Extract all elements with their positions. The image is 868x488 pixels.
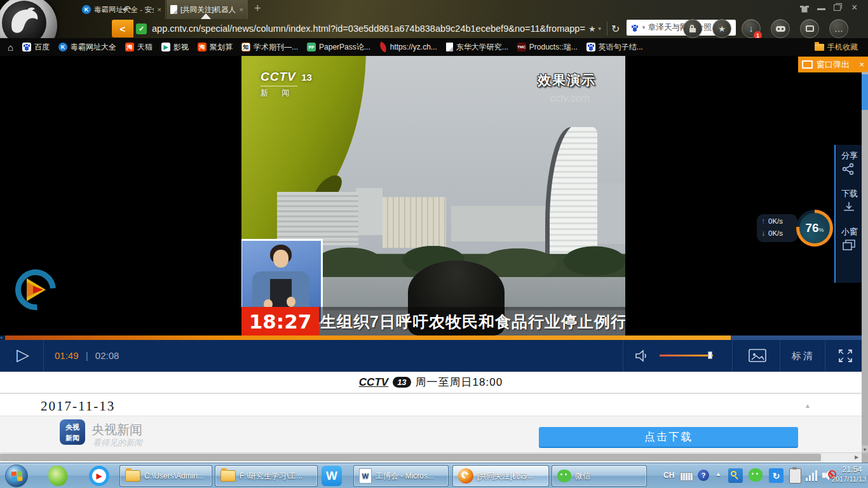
popup-window-button[interactable]: 窗口弹出 × bbox=[798, 57, 868, 72]
url-text[interactable]: app.cntv.cn/special/news/column/index.ht… bbox=[152, 24, 585, 34]
minimize-button[interactable] bbox=[817, 8, 825, 10]
bookmark-juhuasuan[interactable]: 淘聚划算 bbox=[198, 42, 233, 53]
bookmarks-folder-mobile[interactable]: 手机收藏 bbox=[815, 42, 858, 53]
cctv-sub: 新 闻 bbox=[261, 86, 297, 98]
anchor-face bbox=[273, 250, 288, 268]
demo-watermark: 效果演示 bbox=[538, 71, 596, 89]
taskbar: ▶ C:\Users\Admin... F:\研究生学习\工... W W 工博… bbox=[0, 463, 868, 488]
bookmark-paperpass[interactable]: PPPaperPass论... bbox=[307, 42, 370, 53]
new-tab-button[interactable]: + bbox=[254, 2, 261, 15]
accelerator-gauge[interactable]: 76% bbox=[796, 210, 833, 247]
search-engine-dropdown-icon[interactable]: ▼ bbox=[641, 25, 646, 30]
bookmark-cnki[interactable]: 知学术期刊—... bbox=[241, 42, 298, 53]
bookmark-english[interactable]: 英语句子结... bbox=[587, 42, 643, 53]
bookmark-baidu[interactable]: 百度 bbox=[22, 42, 50, 53]
download-app-button[interactable]: 点击下载 bbox=[539, 427, 798, 447]
seek-bar[interactable]: « bbox=[0, 336, 868, 340]
play-button[interactable]: ▷ bbox=[17, 345, 29, 365]
bookmark-dhu[interactable]: 东华大学研究... bbox=[446, 42, 508, 53]
restore-button[interactable] bbox=[834, 4, 841, 11]
net-speed-pill[interactable]: ↑0K/s ↓0K/s bbox=[757, 214, 797, 242]
folder-icon bbox=[815, 44, 824, 51]
scroll-right-arrow[interactable]: ▶ bbox=[851, 453, 862, 461]
bookmark-star[interactable]: ★▼ bbox=[588, 20, 602, 37]
bookmark-label: 百度 bbox=[34, 42, 50, 53]
tray-network-icon[interactable] bbox=[806, 470, 818, 481]
media-player-icon[interactable]: ▶ bbox=[89, 466, 109, 486]
wechat-icon bbox=[557, 470, 571, 482]
home-icon[interactable]: ⌂ bbox=[8, 42, 13, 53]
window-close-button[interactable]: × bbox=[851, 2, 857, 13]
share-icon[interactable] bbox=[842, 163, 856, 175]
reload-button[interactable]: ↻ bbox=[611, 20, 620, 37]
video-center-button[interactable] bbox=[800, 19, 819, 38]
player-control-bar: ▷ 01:49 | 02:08 标清 bbox=[0, 340, 868, 372]
privacy-lock-button[interactable] bbox=[683, 19, 702, 38]
tray-keyboard-icon[interactable] bbox=[680, 472, 693, 481]
channel-13-badge: 13 bbox=[393, 377, 410, 388]
bookmark-label: 毒霸网址大全 bbox=[71, 42, 116, 53]
favorites-button[interactable]: ★ bbox=[712, 19, 731, 38]
ctl-divider bbox=[732, 340, 733, 372]
bookmark-tmall[interactable]: 淘天猫 bbox=[125, 42, 153, 53]
downloads-button[interactable]: ↓1 bbox=[742, 19, 761, 38]
scroll-down-arrow[interactable]: ▼ bbox=[862, 445, 868, 453]
snapshot-button[interactable] bbox=[749, 348, 766, 363]
download-label[interactable]: 下载 bbox=[841, 188, 858, 200]
popup-close-icon[interactable]: × bbox=[859, 60, 864, 69]
taskbar-window-folder-f[interactable]: F:\研究生学习\工... bbox=[215, 465, 318, 487]
address-back-button[interactable]: < bbox=[112, 20, 133, 37]
fullscreen-button[interactable] bbox=[837, 348, 853, 363]
volume-slider[interactable] bbox=[660, 355, 713, 356]
taskbar-window-browser[interactable]: [共同关注]机器... bbox=[452, 465, 549, 487]
bookmark-yz[interactable]: https://yz.ch... bbox=[379, 43, 437, 51]
tv-icon bbox=[806, 25, 814, 32]
taskbar-window-folder-c[interactable]: C:\Users\Admin... bbox=[119, 465, 212, 487]
skin-button[interactable] bbox=[798, 4, 811, 14]
menu-more-button[interactable]: … bbox=[829, 19, 848, 38]
vertical-scrollbar-thumb[interactable] bbox=[862, 74, 868, 110]
address-bar[interactable]: ✓ app.cntv.cn/special/news/column/index.… bbox=[136, 20, 587, 37]
taskbar-window-wechat[interactable]: 微信 bbox=[552, 465, 647, 487]
tray-clock[interactable]: 21:54 2017/11/13 bbox=[837, 465, 867, 483]
scroll-up-arrow[interactable]: ▲ bbox=[804, 402, 811, 409]
gauge-percent-value: 76 bbox=[805, 221, 818, 235]
bookmark-products[interactable]: TMCProducts::瑞... bbox=[517, 42, 578, 53]
bookmark-duba[interactable]: K毒霸网址大全 bbox=[58, 42, 116, 53]
tray-show-hidden-icons[interactable]: ▲ bbox=[715, 471, 721, 477]
tray-search-icon[interactable] bbox=[728, 468, 743, 483]
share-label[interactable]: 分享 bbox=[841, 150, 858, 161]
start-button[interactable] bbox=[5, 464, 28, 487]
play-icon: ▶ bbox=[96, 471, 102, 480]
tray-clipboard-icon[interactable] bbox=[789, 468, 801, 484]
mini-window-icon[interactable] bbox=[842, 239, 856, 252]
volume-icon[interactable] bbox=[634, 349, 649, 363]
tray-sync-icon[interactable]: ↻ bbox=[769, 468, 783, 483]
horizontal-scrollbar[interactable]: ▶ bbox=[0, 452, 862, 461]
download-icon[interactable] bbox=[842, 201, 856, 214]
folder-icon bbox=[125, 470, 140, 482]
tab-close-icon[interactable]: × bbox=[158, 6, 161, 13]
taskbar-window-word[interactable]: W 工博会 - Micros... bbox=[353, 465, 449, 487]
wps-icon[interactable]: W bbox=[322, 466, 342, 486]
video-frame[interactable]: CCTV 13 新 闻 效果演示 cctv.com 18:27 生组织7日呼吁农… bbox=[241, 56, 625, 336]
bookmark-video[interactable]: ▶影视 bbox=[161, 42, 189, 53]
horizontal-scrollbar-thumb[interactable] bbox=[0, 454, 821, 461]
gauge-percent-sign: % bbox=[819, 227, 824, 233]
tray-help-icon[interactable]: ? bbox=[698, 470, 709, 481]
tab-title: 毒霸网址大全 - 安全... bbox=[94, 5, 154, 15]
tray-wechat-icon[interactable] bbox=[749, 468, 763, 482]
quality-button[interactable]: 标清 bbox=[792, 350, 815, 362]
games-button[interactable] bbox=[771, 19, 790, 38]
mini-window-label[interactable]: 小窗 bbox=[841, 226, 858, 238]
coreldraw-icon[interactable] bbox=[48, 466, 67, 486]
tab-close-icon[interactable]: × bbox=[240, 6, 243, 13]
tab-duba-homepage[interactable]: K 毒霸网址大全 - 安全... × bbox=[78, 0, 166, 19]
bookmark-label: 聚划算 bbox=[210, 42, 233, 53]
rewind-icon: « bbox=[0, 336, 5, 340]
app-slogan: 看得见的新闻 bbox=[93, 437, 142, 449]
tray-language-indicator[interactable]: CH bbox=[663, 471, 674, 480]
vertical-scrollbar[interactable]: ▼ bbox=[862, 72, 868, 463]
volume-handle[interactable] bbox=[708, 351, 712, 359]
current-time: 01:49 bbox=[55, 350, 79, 361]
